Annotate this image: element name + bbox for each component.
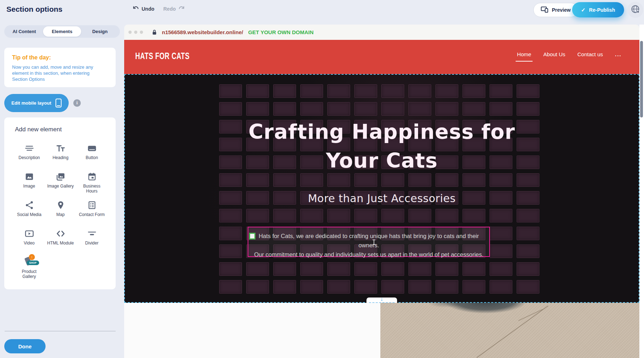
element-html-module[interactable]: HTML Module	[45, 227, 76, 256]
hero-tile	[463, 84, 485, 98]
nav-item-about-us[interactable]: About Us	[543, 51, 565, 62]
element-video[interactable]: Video	[14, 227, 45, 256]
hero-tile	[300, 280, 323, 294]
edit-mobile-layout-button[interactable]: Edit mobile layout	[4, 94, 69, 112]
preview-button[interactable]: Preview	[533, 3, 578, 17]
republish-label: Re-Publish	[589, 7, 615, 13]
hero-tile	[408, 209, 431, 222]
element-contact-form[interactable]: Contact Form	[76, 199, 107, 227]
scrollbar-thumb[interactable]	[640, 41, 643, 117]
add-new-element-panel: Add new element DescriptionHeadingButton…	[4, 117, 116, 289]
tab-ai-content[interactable]: AI Content	[5, 26, 43, 37]
site-header: HATS FOR CATS HomeAbout UsContact us...	[124, 40, 639, 74]
element-business-hours[interactable]: Business Hours	[76, 170, 107, 199]
hero-body-line: Hats for Cats, we are dedicated to craft…	[248, 231, 489, 250]
hero-tile	[517, 262, 539, 276]
hero-tile	[273, 102, 296, 116]
next-section-background	[124, 303, 380, 358]
hero-tile	[517, 173, 539, 187]
hero-tile	[327, 102, 350, 116]
description-icon	[25, 142, 34, 153]
language-globe-button[interactable]	[627, 2, 643, 18]
nav-item-contact-us[interactable]: Contact us	[577, 51, 603, 62]
devices-icon	[541, 6, 548, 14]
element-button[interactable]: Button	[76, 142, 107, 170]
republish-button[interactable]: ✓ Re-Publish	[572, 2, 624, 17]
element-social-media[interactable]: Social Media	[14, 199, 45, 227]
nav-item-home[interactable]: Home	[517, 51, 531, 62]
hero-tile	[219, 102, 242, 116]
window-dot-icon	[134, 31, 137, 34]
redo-button[interactable]: Redo	[163, 6, 185, 12]
hero-tile	[436, 209, 458, 222]
resize-corner-handle[interactable]	[249, 233, 255, 239]
hero-tile	[354, 209, 377, 222]
hero-tile	[436, 262, 458, 276]
hero-tile	[300, 84, 323, 98]
divider-icon	[87, 227, 97, 238]
hero-tile	[219, 173, 242, 187]
heading-icon	[56, 142, 65, 153]
hero-tile	[300, 209, 323, 222]
hero-tile	[354, 102, 377, 116]
hero-tile	[273, 84, 296, 98]
info-button[interactable]: i	[73, 99, 81, 107]
image-gallery-icon	[56, 170, 66, 181]
hero-tile	[463, 280, 485, 294]
element-label: Business Hours	[79, 184, 105, 194]
element-map[interactable]: Map	[45, 199, 76, 227]
image-icon	[25, 170, 34, 181]
business-hours-icon	[87, 170, 97, 181]
hero-tile	[354, 84, 377, 98]
selected-text-element[interactable]: Hats for Cats, we are dedicated to craft…	[248, 227, 490, 257]
hero-tile	[300, 173, 323, 187]
hero-tile	[490, 102, 512, 116]
hero-tile	[327, 280, 350, 294]
arrow-down-icon: ↓	[366, 296, 397, 301]
window-dot-icon	[140, 31, 143, 34]
hero-tile	[463, 102, 485, 116]
site-logo[interactable]: HATS FOR CATS	[135, 51, 190, 61]
element-product-gallery[interactable]: ↑SHOPProduct Gallery	[14, 256, 45, 284]
hero-tile	[327, 262, 350, 276]
element-divider[interactable]: Divider	[76, 227, 107, 256]
hero-tile	[517, 102, 539, 116]
hero-tile	[436, 280, 458, 294]
hero-tile	[490, 280, 512, 294]
html-module-icon	[56, 227, 65, 238]
hero-tile	[219, 262, 242, 276]
hero-tile	[408, 262, 431, 276]
hero-tile	[490, 209, 512, 222]
tab-elements[interactable]: Elements	[43, 26, 81, 37]
hero-section[interactable]: Crafting Happiness forYour Cats More tha…	[124, 74, 639, 303]
element-image[interactable]: Image	[14, 170, 45, 199]
hero-tile	[246, 102, 269, 116]
check-icon: ✓	[581, 7, 586, 13]
undo-button[interactable]: Undo	[132, 6, 154, 12]
redo-icon	[179, 6, 185, 12]
get-domain-link[interactable]: GET YOUR OWN DOMAIN	[248, 29, 313, 35]
done-button[interactable]: Done	[4, 339, 46, 353]
element-label: Social Media	[17, 212, 42, 217]
element-heading[interactable]: Heading	[45, 142, 76, 170]
hero-tile	[354, 173, 377, 187]
browser-window-dots	[128, 31, 143, 34]
hero-tile	[436, 84, 458, 98]
hero-tile	[381, 84, 404, 98]
element-description[interactable]: Description	[14, 142, 45, 170]
hero-tile	[246, 262, 269, 276]
button-icon	[87, 142, 97, 153]
site-nav: HomeAbout UsContact us...	[517, 51, 622, 62]
undo-label: Undo	[142, 6, 154, 12]
tip-body: Now you can add, move and resize any ele…	[12, 64, 101, 82]
nav-item-more[interactable]: ...	[615, 51, 622, 62]
element-label: Description	[19, 155, 40, 160]
hero-tile	[436, 173, 458, 187]
add-panel-title: Add new element	[15, 126, 116, 133]
hero-tile	[408, 84, 431, 98]
tab-design[interactable]: Design	[81, 26, 119, 37]
text-cursor-icon	[374, 239, 374, 245]
social-media-icon	[25, 199, 34, 210]
edit-mobile-label: Edit mobile layout	[11, 100, 51, 106]
element-image-gallery[interactable]: Image Gallery	[45, 170, 76, 199]
